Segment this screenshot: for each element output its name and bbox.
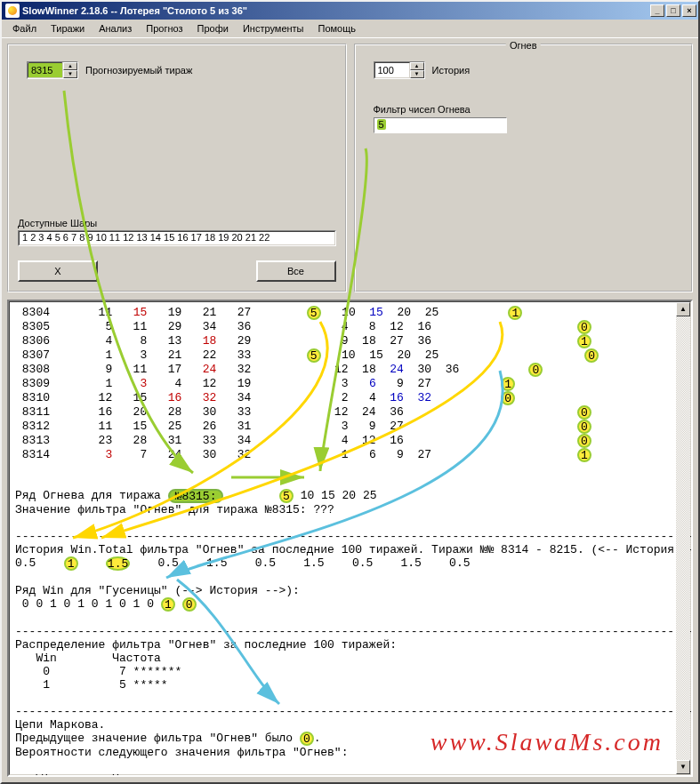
close-button[interactable]: × [682,4,696,17]
all-button[interactable]: Все [256,260,336,282]
menu-forecast[interactable]: Прогноз [139,21,189,36]
filter-label: Фильтр чисел Огнева [374,104,685,115]
draw-label: Прогнозируемый тираж [85,65,192,76]
menu-tools[interactable]: Инструменты [236,21,311,36]
draw-spin-up[interactable]: ▲ [63,62,77,70]
output-panel: 8304 11 15 19 21 27 5 10 15 20 25 1 8305… [7,300,693,777]
avail-input[interactable]: 1 2 3 4 5 6 7 8 9 10 11 12 13 14 15 16 1… [18,230,336,246]
x-button[interactable]: X [18,260,98,282]
vertical-scrollbar[interactable]: ▲ ▼ [676,302,690,774]
output-text: 8304 11 15 19 21 27 5 10 15 20 25 1 8305… [15,306,693,777]
menu-file[interactable]: Файл [5,21,44,36]
app-window: SlowWinner 2.18.6 -- Лотерея "Столото 5 … [0,0,700,784]
minimize-button[interactable]: _ [650,4,664,17]
title-text: SlowWinner 2.18.6 -- Лотерея "Столото 5 … [22,5,648,16]
menu-analysis[interactable]: Анализ [92,21,139,36]
maximize-button[interactable]: □ [666,4,680,17]
menu-pro[interactable]: Профи [190,21,236,36]
ognev-panel-title: Огнев [506,40,541,51]
history-spinner[interactable]: ▲ ▼ [374,61,425,79]
top-panels: ▲ ▼ Прогнозируемый тираж Доступные Шары … [7,44,693,292]
filter-value: 5 [377,119,386,130]
draw-spin-down[interactable]: ▼ [63,70,77,78]
avail-balls: Доступные Шары 1 2 3 4 5 6 7 8 9 10 11 1… [18,218,336,246]
draw-input[interactable] [28,62,63,78]
history-label: История [432,65,471,76]
watermark: www.SlawaMs.com [430,728,664,756]
content: ▲ ▼ Прогнозируемый тираж Доступные Шары … [2,38,698,782]
ognev-panel: Огнев ▲ ▼ История Фильтр чисел Огнева 5 [354,44,694,292]
scroll-up-button[interactable]: ▲ [676,302,690,316]
history-spin-down[interactable]: ▼ [410,70,424,78]
scroll-down-button[interactable]: ▼ [676,760,690,774]
menubar: Файл Тиражи Анализ Прогноз Профи Инструм… [2,20,698,38]
avail-value: 1 2 3 4 5 6 7 8 9 10 11 12 13 14 15 16 1… [19,231,335,245]
history-input[interactable] [374,62,410,78]
titlebar: SlowWinner 2.18.6 -- Лотерея "Столото 5 … [2,2,698,20]
app-icon [5,4,20,18]
filter-input[interactable]: 5 [374,117,507,133]
menu-help[interactable]: Помощь [311,21,364,36]
avail-label: Доступные Шары [18,218,336,228]
history-spin-up[interactable]: ▲ [410,62,424,70]
titlebar-buttons: _ □ × [648,4,696,17]
draw-spinner[interactable]: ▲ ▼ [27,61,78,79]
menu-draws[interactable]: Тиражи [44,21,92,36]
forecast-panel: ▲ ▼ Прогнозируемый тираж Доступные Шары … [7,44,347,292]
